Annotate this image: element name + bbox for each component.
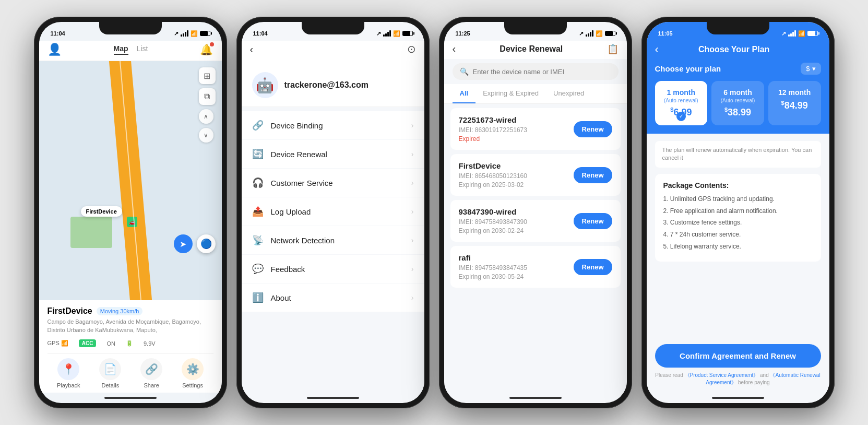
menu-item-log-upload[interactable]: 📤 Log Upload › xyxy=(242,197,424,226)
chevron-right-icon: › xyxy=(411,121,414,129)
menu-label-device-binding: Device Binding xyxy=(271,121,323,130)
plan-1m-renewal: (Auto-renewal) xyxy=(660,98,703,103)
user-avatar-icon[interactable]: 👤 xyxy=(47,43,62,56)
search-bar[interactable]: 🔍 xyxy=(453,63,619,80)
renewal-note: The plan will renew automatically when e… xyxy=(655,141,821,168)
battery-icon-3 xyxy=(605,31,615,36)
plan-12m-price: $84.99 xyxy=(774,100,816,111)
device-card-0: 72251673-wired IMEI: 863019172251673 Exp… xyxy=(450,108,621,150)
filter-tab-all[interactable]: All xyxy=(453,84,476,103)
feedback-icon: 💬 xyxy=(252,263,264,275)
device-panel: FirstDevice Moving 30km/h Campo de Bagam… xyxy=(39,300,222,393)
copy-btn[interactable]: ⧉ xyxy=(199,88,216,105)
plan-card-6month[interactable]: 6 month (Auto-renewal) $38.99 xyxy=(711,81,764,125)
map-tabs: Map List xyxy=(114,44,148,55)
network-detection-icon: 📡 xyxy=(252,234,264,246)
menu-label-customer-service: Customer Service xyxy=(271,179,333,187)
confirm-renew-button[interactable]: Confirm Agreement and Renew xyxy=(655,344,821,368)
package-item-4: 4. 7 * 24h customer service. xyxy=(663,230,813,239)
address-text: Campo de Bagamoyo, Avenida de Moçambique… xyxy=(47,318,213,334)
signal-icon-3 xyxy=(586,30,593,37)
menu-label-device-renewal: Device Renewal xyxy=(271,150,327,159)
renew-button-0[interactable]: Renew xyxy=(574,121,612,137)
package-item-2: 2. Free application and alarm notificati… xyxy=(663,207,813,216)
menu-item-device-binding[interactable]: 🔗 Device Binding › xyxy=(242,111,424,139)
confirm-section: Confirm Agreement and Renew Please read … xyxy=(647,338,829,393)
device-name-3: rafi xyxy=(459,253,574,262)
map-controls: ⊞ ⧉ ∧ ∨ xyxy=(199,67,216,143)
expand-up-btn[interactable]: ∧ xyxy=(199,109,213,124)
layer-btn[interactable]: ⊞ xyxy=(199,67,216,84)
map-view[interactable]: ⊞ ⧉ ∧ ∨ FirstDevice 🚗 🔵 ➤ xyxy=(39,61,222,300)
back-button-3[interactable]: ‹ xyxy=(453,43,456,55)
voltage-icon: 🔋 xyxy=(126,340,133,347)
device-card-2: 93847390-wired IMEI: 894758493847390 Exp… xyxy=(450,200,621,242)
package-item-3: 3. Customize fence settings. xyxy=(663,218,813,227)
device-imei-1: IMEI: 865468050123160 xyxy=(459,172,574,180)
locate-icon[interactable]: 🔵 xyxy=(197,234,216,253)
navigate-btn[interactable]: ➤ xyxy=(174,234,193,253)
menu-label-about: About xyxy=(271,293,291,302)
acc-badge: ACC xyxy=(79,339,97,347)
menu-item-network-detection[interactable]: 📡 Network Detection › xyxy=(242,226,424,254)
device-renewal-icon: 🔄 xyxy=(252,148,264,160)
time-2: 11:04 xyxy=(253,30,268,37)
green-block xyxy=(70,217,112,248)
filter-tab-expiring[interactable]: Expiring & Expired xyxy=(475,84,546,103)
clipboard-icon[interactable]: 📋 xyxy=(607,43,619,55)
phone-menu: 11:04 ↗ 📶 ‹ ⊙ 🤖 trackerone@163.com xyxy=(236,17,430,408)
device-imei-2: IMEI: 894758493847390 xyxy=(459,218,574,226)
notch-2 xyxy=(302,22,364,34)
plan-content: The plan will renew automatically when e… xyxy=(647,134,829,338)
renew-button-1[interactable]: Renew xyxy=(574,167,612,183)
profile-email: trackerone@163.com xyxy=(284,80,368,90)
battery-icon-2 xyxy=(402,31,413,36)
log-upload-icon: 📤 xyxy=(252,206,264,217)
plan-12m-duration: 12 month xyxy=(774,88,816,97)
phone-plan: 11:05 ↗ 📶 ‹ Choose Your Plan Choose your… xyxy=(641,17,835,408)
device-status-3: Expiring on 2030-05-24 xyxy=(459,273,574,280)
settings-target-icon[interactable]: ⊙ xyxy=(407,43,416,55)
menu-item-feedback[interactable]: 💬 Feedback › xyxy=(242,255,424,283)
signal-icon xyxy=(181,30,188,37)
settings-btn[interactable]: ⚙️ Settings xyxy=(182,358,204,388)
menu-item-about[interactable]: ℹ️ About › xyxy=(242,284,424,312)
chevron-right-icon-6: › xyxy=(411,265,414,273)
expand-down-btn[interactable]: ∨ xyxy=(199,128,213,143)
filter-tab-unexpired[interactable]: Unexpired xyxy=(546,84,591,103)
menu-list: 🔗 Device Binding › 🔄 Device Renewal › 🎧 … xyxy=(242,107,424,393)
page-title-plan: Choose Your Plan xyxy=(698,45,769,54)
back-button-2[interactable]: ‹ xyxy=(250,43,254,55)
plan-card-12month[interactable]: 12 month $84.99 xyxy=(768,81,821,125)
filter-tabs: All Expiring & Expired Unexpired xyxy=(444,84,627,104)
about-icon: ℹ️ xyxy=(252,292,264,303)
menu-item-device-renewal[interactable]: 🔄 Device Renewal › xyxy=(242,140,424,168)
agreement-text: Please read 《Product Service Agreement》 … xyxy=(655,372,821,386)
plan-1m-duration: 1 month xyxy=(660,88,703,97)
menu-label-log-upload: Log Upload xyxy=(271,207,311,216)
speed-badge: Moving 30km/h xyxy=(97,307,143,315)
currency-selector[interactable]: $ ▾ xyxy=(801,63,821,75)
renewal-top-bar: ‹ Device Renewal 📋 xyxy=(444,41,627,59)
notch-3 xyxy=(504,22,567,34)
renew-button-3[interactable]: Renew xyxy=(574,259,612,275)
notification-icon[interactable]: 🔔 xyxy=(200,43,213,56)
renew-button-2[interactable]: Renew xyxy=(574,213,612,229)
acc-value: ON xyxy=(106,340,115,347)
plan-6m-renewal: (Auto-renewal) xyxy=(717,98,759,103)
wifi-icon-2: 📶 xyxy=(393,30,400,37)
search-input[interactable] xyxy=(473,68,611,76)
customer-service-icon: 🎧 xyxy=(252,177,264,188)
voltage-value: 9.9V xyxy=(144,340,156,347)
signal-icon-2 xyxy=(383,30,391,37)
avatar: 🤖 xyxy=(252,72,278,98)
back-button-4[interactable]: ‹ xyxy=(655,43,659,56)
share-btn[interactable]: 🔗 Share xyxy=(140,358,162,388)
tab-list[interactable]: List xyxy=(137,44,148,55)
battery-icon xyxy=(200,31,210,36)
tab-map[interactable]: Map xyxy=(114,44,128,55)
menu-item-customer-service[interactable]: 🎧 Customer Service › xyxy=(242,169,424,197)
playback-btn[interactable]: 📍 Playback xyxy=(57,358,80,388)
details-btn[interactable]: 📄 Details xyxy=(99,358,121,388)
plan-card-1month[interactable]: 1 month (Auto-renewal) $6.99 xyxy=(655,81,708,125)
